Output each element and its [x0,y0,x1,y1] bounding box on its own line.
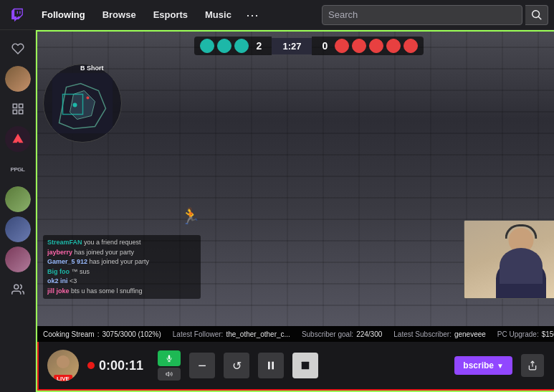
chat-username-3: Gamer_5 912 [47,258,87,265]
minus-button[interactable]: − [189,353,215,378]
bottom-controls: LIVE 0:00:11 [37,342,554,391]
chat-line-6: jill joke bts u has some l snuffing [47,287,196,297]
sidebar-item-users[interactable] [5,277,31,302]
mic-button[interactable] [158,350,181,366]
latest-follower-value: the_other_other_c... [226,330,290,338]
timer-display: 0:00:11 [87,358,143,373]
player-icon-teal-3 [234,39,249,53]
search-submit-button[interactable] [525,5,548,25]
subscribe-label: bscribe [463,360,494,371]
chat-text-2: has joined your party [75,249,135,256]
player-character: 🏃 [181,207,200,226]
top-nav: Following Browse Esports Music ⋯ [0,0,554,30]
latest-subscriber-value: geneveee [454,330,486,338]
player-icon-red-1 [335,39,349,53]
controls-group [158,350,181,381]
player-icon-red-3 [369,39,383,53]
player-icon-teal-1 [200,39,214,53]
video-player[interactable]: 2 1:27 0 [37,32,554,326]
player-icon-red-2 [352,39,366,53]
hud-score-left: 2 [252,40,266,52]
sidebar-item-heart[interactable] [5,36,31,62]
hud-team-right: 0 [312,37,424,55]
volume-button[interactable] [158,368,181,381]
chat-text-1: you a friend request [84,239,141,246]
player-icon-red-4 [386,39,401,53]
search-input[interactable] [328,9,516,20]
sidebar-item-browse[interactable] [5,96,31,122]
chat-text-5: <3 [70,277,77,285]
sidebar-avatar-4[interactable] [5,247,31,272]
left-sidebar: PPGL [0,30,36,392]
info-sub-goal: Subscriber goal: 224/300 [302,330,382,338]
streamer-thumbnail[interactable]: LIVE [47,350,79,381]
upgrade-value: $150/$900 [542,330,554,338]
b-short-label: B Short [80,64,104,72]
stream-info-bar: Cooking Stream : 3075/3000 (102%) Latest… [37,326,554,342]
main-content: PPGL [0,30,554,392]
nav-browse[interactable]: Browse [95,6,143,23]
chat-username-6: jill joke [47,287,70,295]
upgrade-label: PC Upgrade: [497,330,539,338]
svg-rect-15 [272,362,274,370]
chat-text-4: ™ sus [72,268,90,275]
chat-text-6: bts u has some l snuffing [71,287,142,295]
nav-esports[interactable]: Esports [146,6,195,23]
hud-team-left: 2 [194,37,272,55]
game-background: 2 1:27 0 [37,32,554,326]
pause-button[interactable] [258,353,284,378]
chat-line-3: Gamer_5 912 has joined your party [47,257,196,267]
game-hud: 2 1:27 0 [37,32,554,60]
chat-text-3: has joined your party [90,258,150,265]
video-area: 2 1:27 0 [36,30,554,392]
chat-username-5: ok2 ini [47,277,68,285]
svg-rect-3 [19,110,22,114]
share-button[interactable] [521,354,544,377]
refresh-button[interactable]: ↺ [224,353,249,378]
chat-line-1: StreamFAN you a friend request [47,238,196,248]
svg-marker-13 [166,372,169,376]
nav-more-dots[interactable]: ⋯ [242,4,263,26]
svg-rect-0 [13,104,16,107]
svg-point-4 [14,285,18,289]
chat-username-1: StreamFAN [47,239,82,246]
sidebar-item-ppgl[interactable]: PPGL [5,156,31,182]
search-bar[interactable] [322,5,522,25]
stop-button[interactable] [292,353,318,378]
minus-icon: − [198,358,206,374]
hud-timer: 1:27 [272,38,312,54]
subscriber-goal-value: 224/300 [356,330,382,338]
nav-music[interactable]: Music [198,6,239,23]
svg-rect-1 [19,104,22,107]
webcam-overlay [464,220,554,299]
sidebar-avatar-1[interactable] [5,66,31,92]
minimap-svg [52,73,113,134]
sidebar-item-valorant[interactable] [5,126,31,152]
chat-line-5: ok2 ini <3 [47,277,196,287]
chat-username-4: Big foo [47,268,70,275]
svg-point-10 [87,97,90,100]
timer-value: 0:00:11 [99,358,143,373]
player-icon-teal-2 [217,39,231,53]
twitch-logo[interactable] [6,4,29,27]
info-latest-sub: Latest Subscriber: geneveee [393,330,486,338]
info-upgrade: PC Upgrade: $150/$900 [497,330,554,338]
subscribe-chevron: ▼ [497,362,504,370]
subscriber-goal-label: Subscriber goal: [302,330,353,338]
sidebar-avatar-3[interactable] [5,216,31,242]
info-title: Cooking Stream : 3075/3000 (102%) [43,330,161,338]
chat-line-4: Big foo ™ sus [47,267,196,277]
ppgl-label: PPGL [11,166,25,173]
subscribe-button[interactable]: bscribe ▼ [454,356,512,375]
nav-following[interactable]: Following [34,6,92,23]
minimap [43,64,122,143]
recording-dot [87,362,95,369]
stream-title: Cooking Stream [43,330,95,338]
refresh-icon: ↺ [232,359,242,373]
latest-subscriber-label: Latest Subscriber: [393,330,452,338]
latest-follower-label: Latest Follower: [173,330,224,338]
svg-rect-16 [302,362,310,370]
sidebar-avatar-2[interactable] [5,186,31,212]
chat-username-2: jayberry [47,249,72,256]
svg-rect-14 [268,362,270,370]
